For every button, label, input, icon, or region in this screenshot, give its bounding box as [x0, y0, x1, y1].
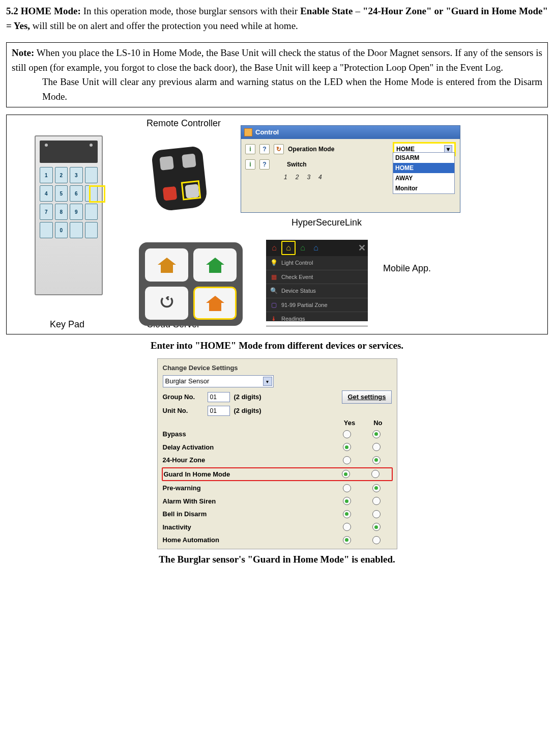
radio-no[interactable] — [372, 497, 381, 505]
device-type-select[interactable]: Burglar Sensor ▾ — [163, 375, 274, 387]
mobile-mode-home[interactable]: ⌂ — [281, 241, 296, 255]
remote-fob — [151, 146, 208, 212]
device-type-value: Burglar Sensor — [165, 376, 210, 386]
info-icon[interactable]: i — [245, 159, 255, 170]
keypad-key[interactable]: 7 — [40, 204, 53, 220]
mobile-app-panel: ⌂ ⌂ ⌂ ⌂ ✕ 💡Light Control▦Check Event🔍Dev… — [266, 240, 368, 321]
devices-figure: Remote Controller HyperSecureLink Mobile… — [6, 115, 548, 334]
keypad-device: 1234567890 — [35, 135, 103, 295]
menu-item-icon: ▢ — [270, 301, 277, 309]
get-settings-button[interactable]: Get settings — [342, 390, 391, 404]
keypad-key[interactable]: 4 — [40, 185, 53, 202]
mobile-menu-item[interactable]: ▦Check Event — [266, 270, 368, 285]
intro-text-2: will still be on alert and offer the pro… — [30, 20, 298, 31]
cloud-tile-home[interactable] — [193, 287, 237, 320]
dropdown-option[interactable]: DISARM — [393, 153, 454, 163]
keypad-key[interactable]: 5 — [55, 185, 68, 202]
keypad-key[interactable]: 6 — [70, 185, 83, 202]
menu-item-icon: 🔍 — [270, 287, 277, 294]
cloud-server-panel — [139, 242, 243, 326]
dropdown-option[interactable]: HOME — [393, 163, 454, 173]
keypad-key[interactable] — [85, 204, 98, 220]
mobile-menu-item[interactable]: 💡Light Control — [266, 256, 368, 270]
radio-yes[interactable] — [342, 470, 350, 478]
keypad-key[interactable] — [70, 222, 83, 238]
cloud-tile-monitor[interactable] — [145, 287, 188, 320]
settings-figure: Change Device Settings Burglar Sensor ▾ … — [157, 358, 397, 549]
help-icon[interactable]: ? — [259, 144, 270, 154]
dropdown-option[interactable]: AWAY — [393, 173, 454, 183]
radio-yes[interactable] — [343, 497, 351, 505]
keypad-key[interactable]: 0 — [55, 222, 68, 238]
keypad-key[interactable] — [85, 185, 98, 202]
unit-digits: (2 digits) — [234, 406, 261, 416]
keypad-key[interactable]: 8 — [55, 204, 68, 220]
keypad-key[interactable] — [40, 222, 53, 238]
mobile-mode-monitor[interactable]: ⌂ — [310, 242, 322, 254]
label-keypad: Key Pad — [50, 318, 84, 331]
label-remote: Remote Controller — [147, 118, 221, 129]
radio-yes[interactable] — [343, 536, 351, 544]
radio-yes[interactable] — [343, 510, 351, 518]
remote-btn-panic[interactable] — [163, 186, 178, 201]
keypad-key[interactable]: 1 — [40, 167, 53, 183]
radio-no[interactable] — [372, 523, 381, 531]
radio-yes[interactable] — [343, 456, 351, 464]
mobile-menu-item[interactable]: 🔍Device Status — [266, 284, 368, 298]
radio-no[interactable] — [372, 456, 381, 464]
setting-row: Home Automation — [163, 534, 392, 547]
remote-btn-away[interactable] — [159, 156, 174, 171]
cloud-tile-away[interactable] — [145, 248, 188, 282]
unit-no-label: Unit No. — [163, 406, 203, 416]
cloud-tile-disarm[interactable] — [193, 248, 237, 282]
group-no-input[interactable]: 01 — [208, 392, 230, 402]
keypad-key[interactable]: 3 — [70, 167, 83, 183]
operation-mode-dropdown[interactable]: DISARMHOMEAWAYMonitor — [393, 152, 455, 194]
remote-btn-home[interactable] — [185, 184, 199, 199]
setting-label: Home Automation — [163, 535, 343, 545]
mobile-menu-item[interactable]: 🌡Readings — [266, 312, 368, 326]
group-no-label: Group No. — [163, 392, 203, 402]
radio-no[interactable] — [372, 510, 381, 518]
mobile-menu-item[interactable]: ▢91-99 Partial Zone — [266, 298, 368, 313]
menu-item-label: Light Control — [281, 259, 313, 267]
keypad-key[interactable] — [85, 222, 98, 238]
keypad-key[interactable]: 2 — [55, 167, 68, 183]
radio-yes[interactable] — [343, 430, 351, 438]
radio-no[interactable] — [372, 536, 381, 544]
radio-no[interactable] — [372, 430, 381, 438]
help-icon[interactable]: ? — [259, 159, 270, 170]
switch-number: 1 — [284, 173, 287, 182]
radio-no[interactable] — [371, 470, 380, 478]
refresh-icon[interactable]: ↻ — [274, 144, 284, 154]
radio-yes[interactable] — [343, 523, 351, 531]
dropdown-option[interactable]: Monitor — [393, 183, 454, 193]
keypad-key[interactable] — [85, 167, 98, 183]
close-icon[interactable]: ✕ — [358, 241, 366, 255]
operation-mode-label: Operation Mode — [288, 145, 389, 154]
mobile-mode-disarm[interactable]: ⌂ — [297, 242, 309, 254]
radio-yes[interactable] — [343, 484, 351, 492]
settings-title: Change Device Settings — [163, 363, 392, 373]
hsl-window: Control i ? ↻ Operation Mode HOME ▾ i ? … — [241, 125, 460, 213]
mobile-mode-away[interactable]: ⌂ — [268, 242, 280, 254]
radio-no[interactable] — [372, 484, 381, 492]
setting-label: Bell in Disarm — [163, 509, 343, 519]
dash: – — [353, 6, 363, 16]
figure1-caption: Enter into "HOME" Mode from different de… — [6, 339, 548, 353]
setting-row: Alarm With Siren — [163, 495, 392, 508]
remote-btn-disarm[interactable] — [182, 154, 196, 169]
radio-no[interactable] — [372, 443, 381, 451]
switch-number: 4 — [318, 173, 322, 182]
radio-yes[interactable] — [343, 443, 351, 451]
hsl-titlebar: Control — [241, 126, 460, 139]
mobile-top-bar: ⌂ ⌂ ⌂ ⌂ ✕ — [266, 240, 368, 256]
label-mobile: Mobile App. — [383, 262, 431, 275]
info-icon[interactable]: i — [245, 144, 255, 154]
setting-label: Guard In Home Mode — [164, 469, 342, 480]
switch-number: 2 — [296, 173, 299, 182]
keypad-key[interactable]: 9 — [70, 204, 83, 220]
setting-row: 24-Hour Zone — [163, 454, 392, 467]
menu-item-label: Check Event — [281, 273, 313, 282]
unit-no-input[interactable]: 01 — [208, 406, 230, 416]
